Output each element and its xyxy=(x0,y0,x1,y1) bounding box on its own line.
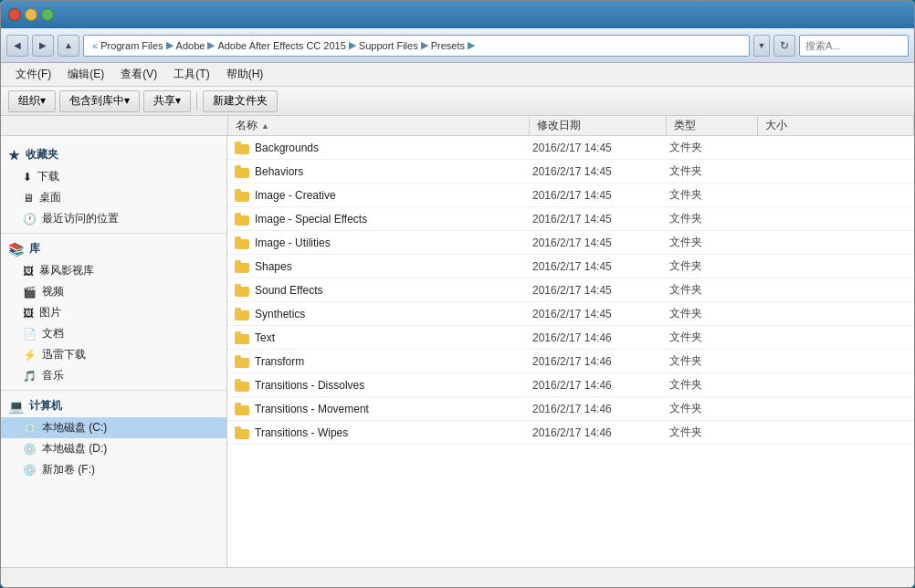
toolbar-separator xyxy=(196,92,197,110)
menu-view[interactable]: 查看(V) xyxy=(113,65,164,84)
file-name: Image - Special Effects xyxy=(227,212,529,226)
close-button[interactable] xyxy=(8,8,21,21)
table-row[interactable]: Transitions - Wipes 2016/2/17 14:46 文件夹 xyxy=(227,421,914,445)
file-date: 2016/2/17 14:46 xyxy=(529,331,666,344)
file-type: 文件夹 xyxy=(666,187,757,203)
refresh-button[interactable]: ↻ xyxy=(773,35,795,57)
minimize-button[interactable] xyxy=(25,8,37,21)
path-segment-4[interactable]: Support Files xyxy=(359,40,418,51)
table-row[interactable]: Behaviors 2016/2/17 14:45 文件夹 xyxy=(227,160,914,184)
path-segment-5[interactable]: Presets xyxy=(431,40,465,51)
file-date: 2016/2/17 14:45 xyxy=(529,213,666,226)
file-name: Transform xyxy=(227,354,529,369)
menu-edit[interactable]: 编辑(E) xyxy=(60,65,111,84)
status-bar xyxy=(1,567,914,587)
column-type[interactable]: 类型 xyxy=(667,116,758,135)
file-type: 文件夹 xyxy=(666,401,757,416)
title-bar-buttons xyxy=(8,8,54,21)
table-row[interactable]: Image - Creative 2016/2/17 14:45 文件夹 xyxy=(227,184,914,207)
documents-icon: 📄 xyxy=(23,328,37,341)
sidebar-item-drive-c[interactable]: 💿 本地磁盘 (C:) xyxy=(1,417,226,438)
up-button[interactable]: ▲ xyxy=(58,35,79,57)
file-type: 文件夹 xyxy=(666,353,757,369)
path-segment-1[interactable]: Program Files xyxy=(100,40,163,51)
search-input[interactable] xyxy=(799,35,909,57)
sidebar-divider-2 xyxy=(1,390,226,391)
include-library-button[interactable]: 包含到库中▾ xyxy=(59,90,140,112)
folder-icon xyxy=(235,164,249,179)
back-button[interactable]: ◀ xyxy=(6,35,28,57)
table-row[interactable]: Synthetics 2016/2/17 14:45 文件夹 xyxy=(227,302,914,326)
file-date: 2016/2/17 14:45 xyxy=(529,165,666,178)
folder-icon xyxy=(235,307,249,321)
desktop-icon: 🖥 xyxy=(23,192,34,205)
toolbar: 组织▾ 包含到库中▾ 共享▾ 新建文件夹 xyxy=(1,87,914,116)
folder-icon xyxy=(235,354,249,369)
table-row[interactable]: Transform 2016/2/17 14:46 文件夹 xyxy=(227,350,914,373)
drive-d-icon: 💿 xyxy=(23,443,37,456)
folder-icon xyxy=(235,331,249,345)
file-type: 文件夹 xyxy=(666,425,757,440)
content-area: ★ 收藏夹 ⬇ 下载 🖥 桌面 🕐 最近访问的位置 📚 库 🖼 xyxy=(1,136,914,567)
file-date: 2016/2/17 14:45 xyxy=(529,142,666,154)
file-name: Behaviors xyxy=(227,164,529,179)
file-type: 文件夹 xyxy=(666,282,757,298)
sort-arrow-name: ▲ xyxy=(261,121,269,131)
sidebar-item-video[interactable]: 🎬 视频 xyxy=(1,281,226,302)
file-type: 文件夹 xyxy=(666,377,757,393)
sidebar-favorites-header[interactable]: ★ 收藏夹 xyxy=(1,143,226,166)
table-row[interactable]: Shapes 2016/2/17 14:45 文件夹 xyxy=(227,255,914,278)
table-row[interactable]: Transitions - Movement 2016/2/17 14:46 文… xyxy=(227,397,914,421)
address-dropdown-button[interactable]: ▼ xyxy=(753,35,770,57)
sidebar-item-baofeng[interactable]: 🖼 暴风影视库 xyxy=(1,260,226,281)
share-button[interactable]: 共享▾ xyxy=(143,90,191,112)
folder-icon xyxy=(235,259,249,274)
sidebar-computer-header[interactable]: 💻 计算机 xyxy=(1,394,226,417)
sidebar-item-desktop[interactable]: 🖥 桌面 xyxy=(1,187,226,208)
organize-button[interactable]: 组织▾ xyxy=(8,90,56,112)
path-segment-2[interactable]: Adobe xyxy=(176,40,205,51)
folder-icon xyxy=(235,212,249,226)
sidebar-library-header[interactable]: 📚 库 xyxy=(1,237,226,260)
table-row[interactable]: Image - Utilities 2016/2/17 14:45 文件夹 xyxy=(227,231,914,255)
file-date: 2016/2/17 14:45 xyxy=(529,236,666,249)
sidebar-item-thunder[interactable]: ⚡ 迅雷下载 xyxy=(1,344,226,365)
column-size[interactable]: 大小 xyxy=(758,116,914,135)
library-icon: 📚 xyxy=(8,242,24,257)
new-folder-button[interactable]: 新建文件夹 xyxy=(203,90,278,112)
address-bar-area: ◀ ▶ ▲ « Program Files ▶ Adobe ▶ Adobe Af… xyxy=(1,28,914,63)
column-name[interactable]: 名称 ▲ xyxy=(228,116,530,135)
sidebar-item-drive-f[interactable]: 💿 新加卷 (F:) xyxy=(1,459,226,480)
maximize-button[interactable] xyxy=(41,8,54,21)
file-type: 文件夹 xyxy=(666,330,757,345)
menu-help[interactable]: 帮助(H) xyxy=(219,65,271,84)
forward-button[interactable]: ▶ xyxy=(32,35,54,57)
thunder-icon: ⚡ xyxy=(23,349,37,362)
menu-tools[interactable]: 工具(T) xyxy=(166,65,216,84)
video-icon: 🎬 xyxy=(23,286,37,299)
table-row[interactable]: Backgrounds 2016/2/17 14:45 文件夹 xyxy=(227,136,914,160)
path-segment-3[interactable]: Adobe After Effects CC 2015 xyxy=(217,40,345,51)
column-modified[interactable]: 修改日期 xyxy=(530,116,667,135)
sidebar-item-drive-d[interactable]: 💿 本地磁盘 (D:) xyxy=(1,438,226,459)
sidebar-item-downloads[interactable]: ⬇ 下载 xyxy=(1,166,226,187)
file-type: 文件夹 xyxy=(666,140,757,155)
address-path[interactable]: « Program Files ▶ Adobe ▶ Adobe After Ef… xyxy=(83,35,750,57)
sidebar-item-recent[interactable]: 🕐 最近访问的位置 xyxy=(1,208,226,229)
music-icon: 🎵 xyxy=(23,370,37,383)
folder-icon xyxy=(235,378,249,393)
sidebar-item-pictures[interactable]: 🖼 图片 xyxy=(1,302,226,323)
file-type: 文件夹 xyxy=(666,258,757,274)
table-row[interactable]: Transitions - Dissolves 2016/2/17 14:46 … xyxy=(227,373,914,397)
file-name: Transitions - Wipes xyxy=(227,425,529,440)
file-name: Transitions - Dissolves xyxy=(227,378,529,393)
sidebar-item-documents[interactable]: 📄 文档 xyxy=(1,323,226,344)
file-type: 文件夹 xyxy=(666,163,757,179)
recent-icon: 🕐 xyxy=(23,213,37,226)
table-row[interactable]: Text 2016/2/17 14:46 文件夹 xyxy=(227,326,914,350)
sidebar-item-music[interactable]: 🎵 音乐 xyxy=(1,365,226,386)
table-row[interactable]: Sound Effects 2016/2/17 14:45 文件夹 xyxy=(227,278,914,302)
table-row[interactable]: Image - Special Effects 2016/2/17 14:45 … xyxy=(227,207,914,231)
file-date: 2016/2/17 14:45 xyxy=(529,260,666,273)
menu-file[interactable]: 文件(F) xyxy=(8,65,58,84)
